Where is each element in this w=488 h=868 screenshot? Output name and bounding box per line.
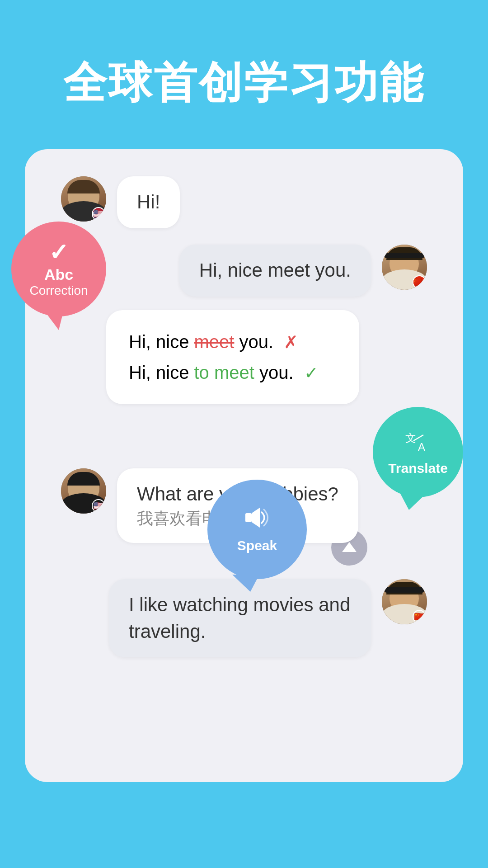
check-mark-icon: ✓ [304, 363, 319, 382]
svg-text:文: 文 [405, 432, 416, 444]
bubble-wow-text: I like watching movies and traveling. [129, 594, 350, 642]
speak-icon [244, 505, 271, 536]
message-row-hi: 🇺🇸 Hi! [61, 176, 441, 228]
message-row-hobbies: 文 A Translate [47, 420, 441, 446]
chat-container: ✓ Abc Correction 🇺🇸 Hi! Hi, nice mee [25, 149, 463, 782]
abc-correction-bubble: ✓ Abc Correction [11, 222, 106, 316]
bubble-hi-text: Hi! [137, 191, 160, 212]
avatar-male-2: 🇺🇸 [61, 468, 106, 514]
svg-marker-4 [252, 508, 260, 528]
wrong-word: meet [194, 332, 235, 352]
svg-marker-5 [342, 542, 357, 552]
header: 全球首创学习功能 [0, 0, 488, 149]
flag-cn: 🇨🇳 [413, 275, 426, 289]
checkmark-icon: ✓ [49, 241, 69, 264]
avatar-male-1: 🇺🇸 [61, 176, 106, 222]
avatar-female-cn: 🇨🇳 [382, 245, 427, 290]
correction-label: Correction [29, 283, 88, 298]
speak-label: Speak [237, 538, 277, 553]
x-mark-icon: ✗ [284, 333, 298, 352]
speak-feature-bubble[interactable]: Speak [207, 480, 307, 579]
correction-wrong-line: Hi, nice meet you. ✗ [129, 326, 337, 357]
svg-rect-3 [245, 513, 252, 522]
flag-us: 🇺🇸 [92, 207, 105, 221]
svg-text:A: A [418, 441, 425, 453]
correction-card: Hi, nice meet you. ✗ Hi, nice to meet yo… [106, 310, 359, 404]
avatar-female-cn-2: 🇨🇳 [382, 579, 427, 624]
bubble-hi: Hi! [117, 176, 180, 228]
message-row-nice-meet: Hi, nice meet you. 🇨🇳 [47, 245, 441, 297]
correct-word: to meet [194, 363, 254, 382]
translate-feature-bubble[interactable]: 文 A Translate [373, 407, 463, 497]
flag-us-2: 🇺🇸 [92, 499, 105, 513]
bubble-nice-meet-text: Hi, nice meet you. [199, 259, 351, 281]
translate-label: Translate [388, 461, 448, 476]
correction-correct-line: Hi, nice to meet you. ✓ [129, 357, 337, 388]
translate-icon: 文 A [404, 428, 432, 459]
abc-label: Abc [44, 266, 73, 283]
bubble-nice-meet: Hi, nice meet you. [179, 245, 371, 297]
flag-cn-2: 🇨🇳 [413, 610, 426, 623]
page-title: 全球首创学习功能 [0, 54, 488, 113]
